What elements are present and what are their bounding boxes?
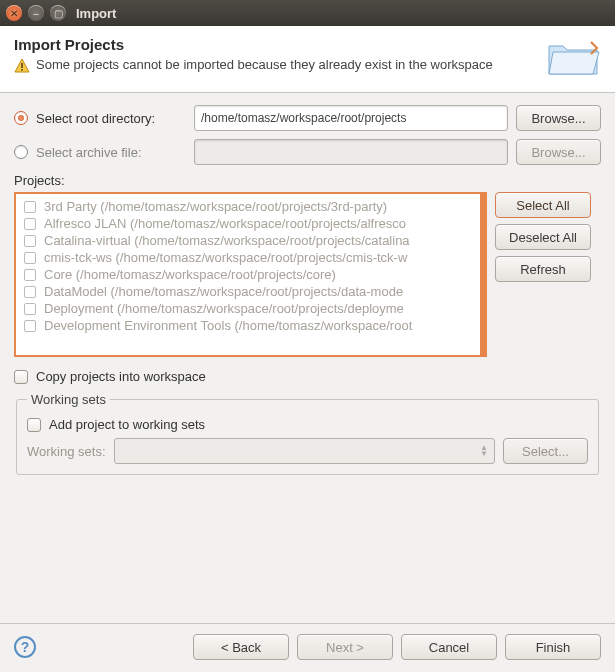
project-checkbox[interactable] [24, 252, 36, 264]
refresh-button[interactable]: Refresh [495, 256, 591, 282]
project-checkbox[interactable] [24, 269, 36, 281]
deselect-all-button[interactable]: Deselect All [495, 224, 591, 250]
list-item[interactable]: Alfresco JLAN (/home/tomasz/workspace/ro… [18, 215, 483, 232]
project-label: Alfresco JLAN (/home/tomasz/workspace/ro… [44, 216, 406, 231]
project-label: Core (/home/tomasz/workspace/root/projec… [44, 267, 336, 282]
close-icon[interactable]: ✕ [6, 5, 22, 21]
root-dir-label: Select root directory: [36, 111, 186, 126]
back-button[interactable]: < Back [193, 634, 289, 660]
chevron-updown-icon: ▲▼ [480, 445, 488, 457]
list-item[interactable]: Core (/home/tomasz/workspace/root/projec… [18, 266, 483, 283]
project-label: cmis-tck-ws (/home/tomasz/workspace/root… [44, 250, 407, 265]
help-icon[interactable]: ? [14, 636, 36, 658]
select-all-button[interactable]: Select All [495, 192, 591, 218]
browse-root-button[interactable]: Browse... [516, 105, 601, 131]
copy-projects-label: Copy projects into workspace [36, 369, 206, 384]
list-item[interactable]: Development Environment Tools (/home/tom… [18, 317, 483, 334]
titlebar: ✕ – ▢ Import [0, 0, 615, 26]
window-title: Import [76, 6, 116, 21]
add-workingset-checkbox[interactable] [27, 418, 41, 432]
minimize-icon[interactable]: – [28, 5, 44, 21]
add-workingset-label: Add project to working sets [49, 417, 205, 432]
project-checkbox[interactable] [24, 286, 36, 298]
next-button: Next > [297, 634, 393, 660]
warning-text: Some projects cannot be imported because… [36, 57, 493, 72]
cancel-button[interactable]: Cancel [401, 634, 497, 660]
list-item[interactable]: 3rd Party (/home/tomasz/workspace/root/p… [18, 198, 483, 215]
project-checkbox[interactable] [24, 201, 36, 213]
folder-open-icon [545, 36, 601, 84]
workingsets-select-button: Select... [503, 438, 588, 464]
archive-label: Select archive file: [36, 145, 186, 160]
project-label: Catalina-virtual (/home/tomasz/workspace… [44, 233, 410, 248]
workingsets-label: Working sets: [27, 444, 106, 459]
workingsets-combo: ▲▼ [114, 438, 495, 464]
working-sets-group: Working sets Add project to working sets… [16, 392, 599, 475]
svg-rect-1 [21, 69, 23, 71]
list-item[interactable]: Catalina-virtual (/home/tomasz/workspace… [18, 232, 483, 249]
project-checkbox[interactable] [24, 218, 36, 230]
finish-button[interactable]: Finish [505, 634, 601, 660]
footer: ? < Back Next > Cancel Finish [0, 623, 615, 672]
project-label: Development Environment Tools (/home/tom… [44, 318, 412, 333]
project-checkbox[interactable] [24, 303, 36, 315]
project-checkbox[interactable] [24, 320, 36, 332]
projects-list[interactable]: 3rd Party (/home/tomasz/workspace/root/p… [14, 192, 487, 357]
list-item[interactable]: cmis-tck-ws (/home/tomasz/workspace/root… [18, 249, 483, 266]
archive-radio[interactable] [14, 145, 28, 159]
projects-label: Projects: [14, 173, 601, 188]
header: Import Projects Some projects cannot be … [0, 26, 615, 93]
page-title: Import Projects [14, 36, 545, 53]
list-item[interactable]: Deployment (/home/tomasz/workspace/root/… [18, 300, 483, 317]
root-dir-input[interactable] [194, 105, 508, 131]
working-sets-legend: Working sets [27, 392, 110, 407]
warning-icon [14, 57, 30, 74]
project-label: DataModel (/home/tomasz/workspace/root/p… [44, 284, 403, 299]
project-label: Deployment (/home/tomasz/workspace/root/… [44, 301, 404, 316]
browse-archive-button: Browse... [516, 139, 601, 165]
project-label: 3rd Party (/home/tomasz/workspace/root/p… [44, 199, 387, 214]
archive-input [194, 139, 508, 165]
maximize-icon[interactable]: ▢ [50, 5, 66, 21]
svg-rect-0 [21, 63, 23, 68]
list-item[interactable]: DataModel (/home/tomasz/workspace/root/p… [18, 283, 483, 300]
root-dir-radio[interactable] [14, 111, 28, 125]
dialog-body: Import Projects Some projects cannot be … [0, 26, 615, 672]
copy-projects-checkbox[interactable] [14, 370, 28, 384]
project-checkbox[interactable] [24, 235, 36, 247]
